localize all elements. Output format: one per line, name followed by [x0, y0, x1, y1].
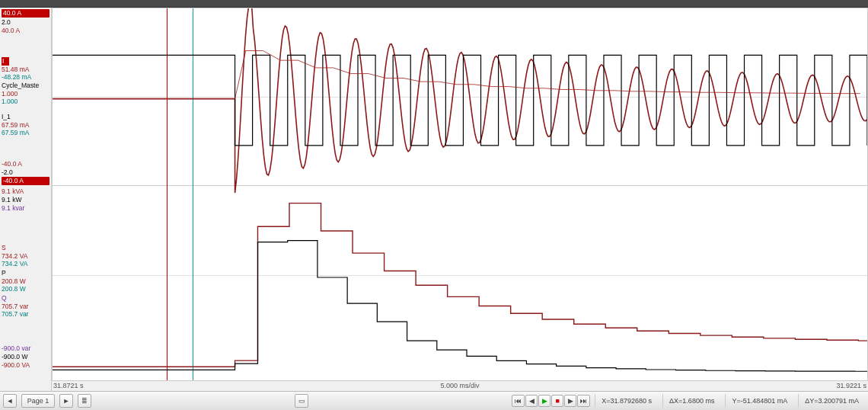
bot-var-label: -900.0 var [2, 344, 49, 353]
window-titlebar [0, 0, 868, 8]
page-indicator[interactable]: Page 1 [21, 394, 55, 408]
bot-va-label: -900.0 VA [2, 361, 49, 370]
readout-dx: ΔX=1.6800 ms [662, 394, 720, 408]
plot-area[interactable] [52, 8, 868, 391]
q-label: Q [2, 294, 49, 303]
prev-page-button[interactable]: ◄ [3, 394, 17, 408]
time-start: 31.8721 s [53, 382, 84, 389]
step-fwd-icon: ▶ [568, 397, 573, 405]
trace-current [53, 8, 867, 193]
kva-label: 9.1 kVA [2, 187, 49, 196]
p-val2: 200.8 W [2, 285, 49, 293]
skip-end-button[interactable]: ⏭ [577, 395, 590, 407]
ch-scale-neg2: -2.0 [2, 168, 49, 177]
next-page-button[interactable]: ► [59, 394, 73, 408]
step-back-button[interactable]: ◀ [525, 395, 538, 407]
play-icon: ▶ [542, 397, 547, 405]
y-axis-panel: 40.0 A 2.0 40.0 A I 51.48 mA -48.28 mA C… [0, 8, 52, 391]
ch-scale-neg40: -40.0 A [2, 160, 49, 168]
time-per-div: 5.000 ms/div [440, 382, 479, 389]
ch-i-val2: -48.28 mA [2, 73, 49, 82]
s-val2: 734.2 VA [2, 260, 49, 268]
page-list-button[interactable]: ≣ [78, 394, 91, 408]
skip-fwd-icon: ⏭ [580, 397, 587, 405]
trace-cycle-master [53, 55, 867, 146]
list-icon: ≣ [81, 397, 88, 405]
q-val2: 705.7 var [2, 310, 49, 319]
p-label: P [2, 269, 49, 277]
readout-x: X=31.8792680 s [595, 394, 658, 408]
kw-label: 9.1 kW [2, 196, 49, 204]
trace-s [53, 203, 867, 367]
waveforms-svg [53, 8, 867, 390]
step-fwd-button[interactable]: ▶ [564, 395, 576, 407]
s-label: S [2, 244, 49, 252]
tool-button-1[interactable]: ▭ [295, 394, 308, 408]
trace-p [53, 241, 867, 372]
skip-back-icon: ⏮ [515, 397, 522, 405]
time-end: 31.9221 s [836, 382, 866, 389]
readout-dy: ΔY=3.200791 mA [798, 394, 865, 408]
cycle-val2: 1.000 [2, 98, 49, 106]
rectangle-icon: ▭ [298, 397, 305, 405]
transport-controls: ⏮ ◀ ▶ ■ ▶ ⏭ [512, 395, 590, 407]
i1-label: I_1 [2, 113, 49, 121]
main-area: 40.0 A 2.0 40.0 A I 51.48 mA -48.28 mA C… [0, 8, 868, 391]
chevron-right-icon: ► [63, 397, 70, 405]
stop-icon: ■ [556, 397, 560, 405]
ch-i-badge[interactable]: I [2, 57, 9, 66]
ch-scale-pos-badge: 40.0 A [2, 9, 49, 18]
ch-scale-mid: 2.0 [2, 18, 49, 27]
skip-start-button[interactable]: ⏮ [512, 395, 525, 407]
time-axis: 31.8721 s 5.000 ms/div 31.9221 s [52, 380, 868, 391]
i1-val2: 67.59 mA [2, 129, 49, 137]
step-back-icon: ◀ [529, 397, 535, 405]
play-button[interactable]: ▶ [538, 395, 550, 407]
stop-button[interactable]: ■ [551, 395, 563, 407]
cycle-master-label: Cycle_Maste [2, 82, 49, 90]
trace-envelope [53, 51, 860, 99]
chevron-left-icon: ◄ [7, 397, 14, 405]
readout-y: Y=-51.484801 mA [725, 394, 793, 408]
status-bar: ◄ Page 1 ► ≣ ▭ ⏮ ◀ ▶ ■ ▶ ⏭ X=31.8792680 … [0, 391, 868, 410]
kvar-label: 9.1 kvar [2, 204, 49, 213]
ch-scale-unit: 40.0 A [2, 27, 49, 35]
bot-w-label: -900.0 W [2, 353, 49, 361]
ch-scale-neg-badge: -40.0 A [2, 177, 49, 185]
